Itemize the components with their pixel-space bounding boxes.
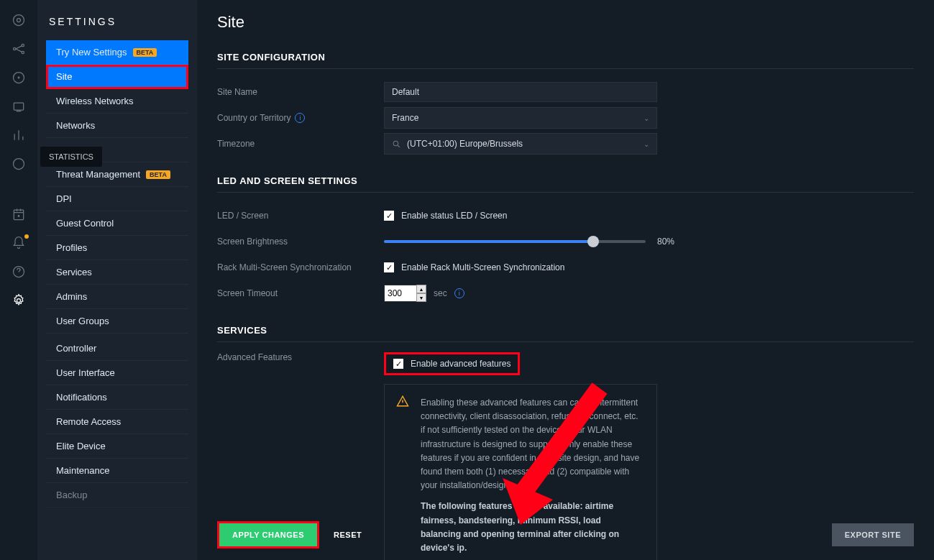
chevron-down-icon: ⌄ — [644, 140, 649, 148]
spinner-down-icon[interactable]: ▼ — [416, 293, 426, 302]
timeout-unit: sec — [434, 288, 447, 298]
chevron-down-icon: ⌄ — [644, 114, 649, 122]
main-panel: Site SITE CONFIGURATION Site Name Countr… — [197, 0, 934, 560]
checkbox-icon: ✓ — [384, 262, 394, 272]
section-led: LED AND SCREEN SETTINGS LED / Screen ✓En… — [217, 175, 914, 306]
checkbox-icon: ✓ — [384, 211, 394, 221]
svg-point-13 — [393, 141, 398, 146]
input-site-name[interactable] — [384, 82, 657, 102]
info-icon[interactable]: i — [295, 113, 305, 123]
svg-point-12 — [17, 299, 21, 303]
warning-icon — [396, 395, 409, 408]
page-title: Site — [217, 13, 914, 32]
label-rack: Rack Multi-Screen Synchronization — [217, 262, 384, 272]
sidebar-item-remote[interactable]: Remote Access — [46, 410, 188, 434]
footer-bar: APPLY CHANGES RESET EXPORT SITE — [197, 510, 934, 560]
spinner-timeout[interactable]: ▲▼ — [416, 285, 426, 302]
beta-badge: BETA — [133, 48, 157, 57]
rail-tooltip: STATISTICS — [40, 147, 102, 167]
sidebar-item-wireless[interactable]: Wireless Networks — [46, 89, 188, 114]
svg-point-6 — [18, 77, 19, 78]
sidebar-item-profiles[interactable]: Profiles — [46, 236, 188, 260]
sidebar-item-elite[interactable]: Elite Device — [46, 434, 188, 459]
svg-point-10 — [18, 216, 19, 217]
section-heading: SITE CONFIGURATION — [217, 52, 914, 69]
rail-alerts-icon[interactable] — [0, 229, 37, 257]
svg-point-8 — [14, 159, 24, 170]
sidebar-title: SETTINGS — [37, 16, 197, 40]
rail-dashboard-icon[interactable] — [0, 6, 37, 35]
svg-point-1 — [17, 19, 21, 22]
rail-clients-icon[interactable] — [0, 92, 37, 121]
label-country: Country or Territoryi — [217, 113, 384, 123]
label-timezone: Timezone — [217, 139, 384, 149]
svg-point-2 — [14, 47, 16, 50]
sidebar-item-admins[interactable]: Admins — [46, 285, 188, 309]
sidebar-item-backup[interactable]: Backup — [46, 483, 188, 508]
slider-thumb[interactable] — [587, 236, 599, 247]
section-site-config: SITE CONFIGURATION Site Name Country or … — [217, 52, 914, 157]
rail-statistics-icon[interactable] — [0, 121, 37, 150]
select-timezone[interactable]: (UTC+01:00) Europe/Brussels⌄ — [384, 133, 657, 155]
input-timeout[interactable] — [384, 285, 417, 302]
sidebar-item-services[interactable]: Services — [46, 260, 188, 285]
svg-point-0 — [14, 15, 24, 26]
checkbox-advanced[interactable]: ✓Enable advanced features — [393, 359, 511, 369]
rail-insights-icon[interactable] — [0, 150, 37, 178]
info-icon[interactable]: i — [454, 288, 464, 298]
sidebar-item-ui[interactable]: User Interface — [46, 361, 188, 385]
checkbox-icon: ✓ — [393, 359, 403, 369]
sidebar-item-networks[interactable]: Networks — [46, 114, 188, 138]
rail-events-icon[interactable] — [0, 200, 37, 229]
beta-badge: BETA — [146, 170, 170, 179]
label-advanced: Advanced Features — [217, 352, 384, 362]
sidebar-item-site[interactable]: Site — [46, 65, 188, 89]
search-icon — [392, 139, 401, 149]
svg-rect-9 — [14, 210, 23, 219]
highlight-apply-annotation: APPLY CHANGES — [217, 521, 319, 548]
select-country[interactable]: France⌄ — [384, 107, 657, 129]
sidebar-item-guest[interactable]: Guest Control — [46, 211, 188, 236]
rail-settings-icon[interactable] — [0, 286, 37, 315]
checkbox-led[interactable]: ✓Enable status LED / Screen — [384, 211, 914, 221]
label-site-name: Site Name — [217, 87, 384, 97]
sidebar-item-dpi[interactable]: DPI — [46, 187, 188, 211]
alert-badge-icon — [24, 234, 29, 239]
highlight-advanced-annotation: ✓Enable advanced features — [384, 352, 520, 375]
reset-button[interactable]: RESET — [334, 531, 362, 539]
sidebar-item-controller[interactable]: Controller — [46, 336, 188, 361]
label-timeout: Screen Timeout — [217, 288, 384, 298]
sidebar-item-notifications[interactable]: Notifications — [46, 385, 188, 410]
sidebar-item-usergroups[interactable]: User Groups — [46, 309, 188, 334]
label-led: LED / Screen — [217, 211, 384, 221]
svg-rect-7 — [14, 103, 23, 110]
export-button[interactable]: EXPORT SITE — [832, 523, 914, 546]
sidebar-item-maintenance[interactable]: Maintenance — [46, 459, 188, 483]
rail-help-icon[interactable] — [0, 257, 37, 286]
rail-devices-icon[interactable] — [0, 63, 37, 92]
svg-point-3 — [22, 44, 24, 46]
apply-button[interactable]: APPLY CHANGES — [219, 523, 317, 546]
section-heading: SERVICES — [217, 325, 914, 342]
sidebar-item-try-new[interactable]: Try New SettingsBETA — [46, 40, 188, 65]
checkbox-rack[interactable]: ✓Enable Rack Multi-Screen Synchronizatio… — [384, 262, 914, 272]
slider-brightness[interactable] — [384, 240, 646, 243]
label-brightness: Screen Brightness — [217, 237, 384, 247]
icon-rail — [0, 0, 37, 560]
brightness-value: 80% — [657, 237, 686, 247]
section-heading: LED AND SCREEN SETTINGS — [217, 175, 914, 193]
svg-point-4 — [22, 51, 24, 53]
rail-topology-icon[interactable] — [0, 35, 37, 63]
settings-sidebar: SETTINGS Try New SettingsBETA Site Wirel… — [37, 0, 197, 560]
spinner-up-icon[interactable]: ▲ — [416, 285, 426, 293]
